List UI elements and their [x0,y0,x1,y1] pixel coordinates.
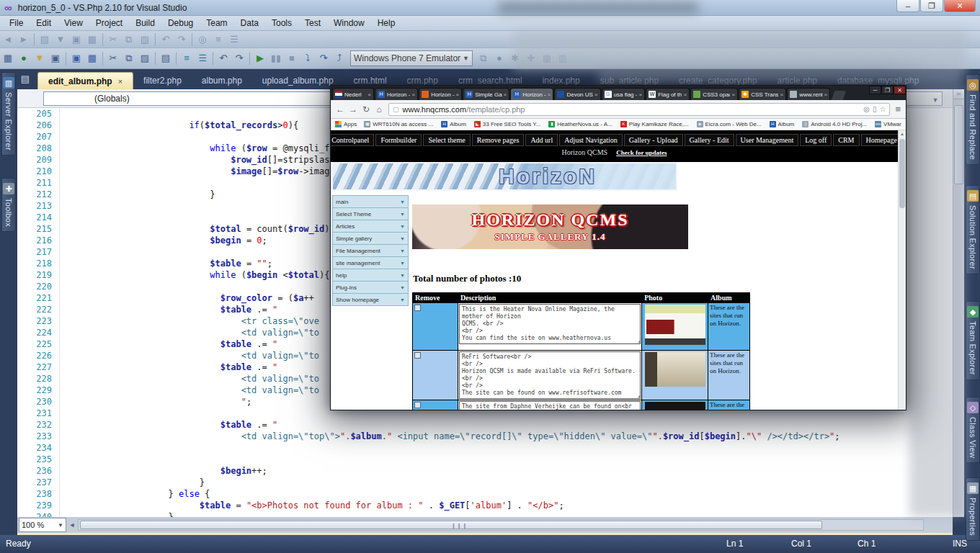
site-nav-select-theme[interactable]: Select theme [423,134,470,146]
panel-tab-class-view[interactable]: ◇Class View [966,397,980,463]
photo-thumbnail-daphne[interactable] [645,402,705,410]
add-control-icon[interactable]: ✚ [523,51,539,66]
bookmark-item[interactable]: ▮HeatherNova.us - A... [548,121,612,127]
browser-tab[interactable]: WFlag of th× [646,88,690,100]
web-page-icon[interactable]: ● [16,51,32,66]
vertical-scrollbar-thumb[interactable] [954,105,963,184]
open-folder-icon[interactable]: ▼ [32,51,48,66]
panel-tab-find-and-replace[interactable]: ◎Find and Replace [966,74,980,165]
sidebar-item-main[interactable]: main▼ [332,196,409,208]
parameter-info-icon[interactable]: ☰ [195,51,210,66]
tab-filter2.php[interactable]: filter2.php [133,72,192,89]
redo-icon[interactable]: ↷ [174,32,190,47]
close-tab-icon[interactable]: × [824,91,828,98]
close-tab-icon[interactable]: × [411,91,415,98]
deploy-target-combo[interactable]: Windows Phone 7 Emulator ▼ [350,50,473,66]
remove-checkbox[interactable] [414,305,421,311]
bookmark-item[interactable]: ▦WRT610N as access ... [364,121,433,127]
bookmark-item[interactable]: ▯Android 4.0 HD Proj... [802,121,867,127]
menu-test[interactable]: Test [298,17,327,30]
menu-data[interactable]: Data [234,17,265,30]
splitter-grip[interactable]: ═ [953,89,964,99]
browser-tab[interactable]: Devon US× [554,88,600,100]
bookmark-item[interactable]: HAlbum [441,121,466,127]
site-nav-add-url[interactable]: Add url [525,134,558,146]
address-bar[interactable]: ▢ www.hnqcms.com/template/cp.php ◎ ▯ ☆ [388,103,890,116]
apps-grid-icon[interactable] [335,121,342,127]
site-nav-controlpanel[interactable]: Controlpanel [331,134,374,146]
close-tab-icon[interactable]: × [638,91,642,98]
zoom-dropdown[interactable]: 100 % ▼ [19,518,66,532]
paste-icon[interactable]: ▨ [137,51,153,66]
browser-tab[interactable]: Horizon -× [419,88,462,100]
site-nav-homepage[interactable]: Homepage [861,134,902,146]
site-nav-gallery---upload[interactable]: Gallery - Upload [624,134,683,146]
close-tab-icon[interactable]: × [731,91,735,98]
extension-icon[interactable]: ▩ [539,51,555,66]
sidebar-item-select-theme[interactable]: Select Theme▼ [332,208,409,220]
site-nav-log-off[interactable]: Log off [800,134,832,146]
add-item-icon[interactable]: ▣ [48,51,63,66]
forward-button[interactable]: → [347,104,360,114]
bookmark-star-icon[interactable]: ☆ [879,105,886,113]
step-over-icon[interactable]: ↷ [316,51,331,66]
pause-debug-icon[interactable]: ▮▮ [268,51,284,66]
save-icon[interactable]: ▣ [68,32,84,47]
description-textarea[interactable]: This is the Heater Nova Online Magazine,… [459,304,641,344]
site-nav-gallery---edit[interactable]: Gallery - Edit [685,134,734,146]
scroll-up-arrow[interactable]: ▲ [899,130,906,138]
description-textarea[interactable]: The site from Daphne Verheijke can be fo… [459,401,641,410]
tab-edit_album.php[interactable]: edit_album.php× [37,72,133,89]
apps-label[interactable]: Apps [344,121,357,127]
menu-view[interactable]: View [58,17,89,30]
sidebar-item-plug-ins[interactable]: Plug-ins▼ [332,282,409,294]
copy-icon[interactable]: ⧉ [121,51,137,66]
paste-icon[interactable]: ▨ [137,32,153,47]
browser-tab[interactable]: www.reni× [787,88,830,100]
home-button[interactable]: ⌂ [373,104,386,114]
browser-tab[interactable]: Gusa flag -× [602,88,646,100]
site-nav-user-management[interactable]: User Management [736,134,799,146]
uncomment-icon[interactable]: ☰ [226,32,242,47]
redo-icon[interactable]: ↷ [231,51,247,66]
undo-icon[interactable]: ↶ [158,32,174,47]
start-debug-icon[interactable]: ▶ [252,51,268,66]
bookmark-item[interactable]: ◣33 Free SEO Tools Y... [474,121,541,127]
remove-checkbox[interactable] [414,402,421,408]
menu-window[interactable]: Window [327,17,371,30]
sidebar-item-site-management[interactable]: site management▼ [332,257,409,269]
close-button[interactable]: ✕ [894,86,906,94]
undo-icon[interactable]: ↶ [215,51,231,66]
breakpoints-icon[interactable]: ● [491,51,507,66]
step-into-icon[interactable]: ⤵ [300,51,316,66]
sidebar-item-simple-gallery[interactable]: Simple gallery▼ [332,233,409,245]
editor-vertical-scrollbar[interactable]: ═ [953,89,964,517]
close-tab-icon[interactable]: × [594,91,598,98]
site-nav-remove-pages[interactable]: Remove pages [472,134,525,146]
cut-icon[interactable]: ✂ [105,32,121,47]
scroll-left-arrow[interactable]: ◄ [66,518,78,531]
menu-project[interactable]: Project [89,17,129,30]
device-icon[interactable]: ▯ [873,105,877,113]
minimize-button[interactable]: – [896,0,919,12]
navigate-backward-icon[interactable]: ◄ [0,32,16,47]
panel-tab-team-explorer[interactable]: ◆Team Explorer [966,301,980,380]
minimize-button[interactable]: ─ [869,86,881,94]
save-icon[interactable]: ▣ [68,51,84,66]
panel-tab-solution-explorer[interactable]: ▤Solution Explorer [966,185,980,274]
browser-tab[interactable]: Nederl× [332,88,374,100]
tab-album.php[interactable]: album.php [192,72,252,89]
horizontal-scrollbar[interactable]: ❙❙❙ [78,519,924,531]
menu-team[interactable]: Team [200,17,233,30]
new-tab-button[interactable] [832,91,847,100]
browser-tab[interactable]: HHorizon -× [510,88,553,100]
horizontal-scrollbar-thumb[interactable]: ❙❙❙ [80,521,822,529]
panel-tab-toolbox[interactable]: ✚Toolbox [1,178,16,232]
sidebar-item-articles[interactable]: Articles▼ [332,220,409,233]
new-project-icon[interactable]: ▦ [0,51,16,66]
restore-button[interactable]: ❐ [881,86,894,94]
site-nav-formbuilder[interactable]: Formbuilder [375,134,422,146]
open-file-icon[interactable]: ▼ [53,32,68,47]
panel-tab-properties[interactable]: ▦Properties [966,477,980,541]
menu-edit[interactable]: Edit [30,17,58,30]
